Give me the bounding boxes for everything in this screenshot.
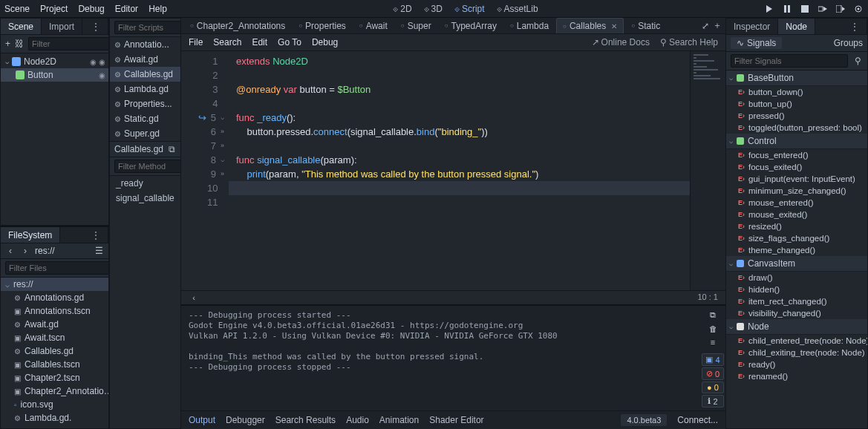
fs-item[interactable]: Callables.gd: [1, 344, 108, 358]
search-icon[interactable]: ⚲: [852, 56, 863, 66]
menu-scene[interactable]: Scene: [4, 4, 30, 14]
output-log[interactable]: --- Debugging process started --- Godot …: [181, 306, 700, 410]
warning-count[interactable]: ● 0: [702, 381, 724, 393]
copy-icon[interactable]: ⧉: [702, 309, 724, 321]
close-icon[interactable]: ✕: [611, 22, 617, 30]
signal-item[interactable]: button_up(): [726, 98, 867, 110]
method-item[interactable]: signal_callable: [110, 191, 180, 206]
signals-mode[interactable]: ∿Signals: [731, 37, 782, 49]
bottom-tab-debugger[interactable]: Debugger: [226, 415, 265, 425]
filesystem-tab[interactable]: FileSystem: [1, 227, 60, 243]
script-item[interactable]: Callables.gd: [110, 67, 180, 82]
workspace-assetlib[interactable]: ⟐AssetLib: [497, 4, 538, 14]
signal-item[interactable]: focus_entered(): [726, 149, 867, 161]
fs-item[interactable]: icon.svg: [1, 398, 108, 411]
bottom-tab-search[interactable]: Search Results: [275, 415, 336, 425]
fold-icon[interactable]: ⌵: [221, 153, 224, 167]
play-custom-icon[interactable]: [835, 4, 846, 14]
add-node-icon[interactable]: +: [5, 39, 10, 49]
bottom-tab-animation[interactable]: Animation: [379, 415, 419, 425]
doc-tab-typedarray[interactable]: TypedArray: [439, 19, 503, 33]
menu-debug[interactable]: Debug: [78, 4, 104, 14]
collapse-icon[interactable]: ≡: [702, 336, 724, 348]
menu-editor[interactable]: Editor: [115, 4, 138, 14]
fs-item[interactable]: Callables.tscn: [1, 358, 108, 371]
tree-node-button[interactable]: Button◉: [1, 68, 108, 82]
signal-item[interactable]: child_entered_tree(node: Node): [726, 335, 867, 347]
version-badge[interactable]: 4.0.beta3: [621, 414, 667, 426]
fs-item[interactable]: Await.gd: [1, 318, 108, 331]
breakpoint-icon[interactable]: ↪: [198, 111, 206, 125]
signal-category[interactable]: Control: [726, 134, 867, 149]
script-item[interactable]: Lambda.gd: [110, 82, 180, 96]
script-menu-file[interactable]: File: [189, 37, 203, 48]
bottom-tab-shader[interactable]: Shader Editor: [429, 415, 483, 425]
pause-icon[interactable]: [782, 4, 792, 14]
connect-link[interactable]: Connect...: [677, 415, 718, 425]
nav-fwd-icon[interactable]: ›: [20, 246, 30, 256]
signal-item[interactable]: toggled(button_pressed: bool): [726, 122, 867, 134]
search-help-link[interactable]: ⚲Search Help: [660, 37, 718, 48]
code-area[interactable]: extends Node2D@onready var button = $But…: [229, 51, 690, 290]
groups-mode[interactable]: Groups: [834, 38, 863, 48]
signal-item[interactable]: pressed(): [726, 110, 867, 122]
workspace-script[interactable]: ⟐Script: [454, 4, 485, 14]
doc-tab-static[interactable]: Static: [625, 19, 666, 33]
signal-item[interactable]: child_exiting_tree(node: Node): [726, 347, 867, 358]
dock-menu-icon[interactable]: ⋮: [84, 19, 108, 34]
bottom-tab-audio[interactable]: Audio: [346, 415, 369, 425]
signal-item[interactable]: item_rect_changed(): [726, 295, 867, 307]
doc-tab-properties[interactable]: Properties: [293, 19, 352, 33]
signal-item[interactable]: ready(): [726, 358, 867, 370]
signal-item[interactable]: button_down(): [726, 86, 867, 98]
fs-item[interactable]: Annotations.tscn: [1, 304, 108, 318]
signal-item[interactable]: minimum_size_changed(): [726, 185, 867, 197]
fs-item[interactable]: Lambda.gd.: [1, 411, 108, 425]
online-docs-link[interactable]: ↗Online Docs: [592, 37, 650, 48]
signal-item[interactable]: renamed(): [726, 370, 867, 382]
workspace-3d[interactable]: ⟐3D: [424, 4, 443, 14]
tab-menu-icon[interactable]: ＋: [712, 21, 722, 31]
signal-item[interactable]: focus_exited(): [726, 161, 867, 173]
fold-icon[interactable]: ⌵: [221, 111, 224, 125]
signal-item[interactable]: mouse_exited(): [726, 209, 867, 220]
dock-menu-icon[interactable]: ⋮: [843, 19, 867, 34]
signal-item[interactable]: hidden(): [726, 284, 867, 295]
signal-item[interactable]: draw(): [726, 272, 867, 284]
signal-item[interactable]: size_flags_changed(): [726, 232, 867, 244]
signal-item[interactable]: resized(): [726, 220, 867, 232]
panel-icon[interactable]: ⧉: [168, 144, 176, 154]
fs-item[interactable]: Chapter2_Annotatio…: [1, 384, 108, 398]
script-menu-search[interactable]: Search: [213, 37, 241, 48]
error-count[interactable]: ⊘ 0: [702, 367, 724, 380]
tree-node-node2d[interactable]: ⌵Node2D◉◉: [1, 55, 108, 68]
nav-back-icon[interactable]: ‹: [5, 246, 16, 256]
doc-tab-chapter2_annotations[interactable]: Chapter2_Annotations: [184, 19, 291, 33]
script-menu-goto[interactable]: Go To: [278, 37, 301, 48]
visibility-icon[interactable]: ◉: [99, 71, 105, 79]
method-item[interactable]: _ready: [110, 176, 180, 191]
scene-tab[interactable]: Scene: [1, 19, 42, 34]
filter-signals-input[interactable]: [731, 54, 848, 68]
scene-filter-input[interactable]: [28, 37, 109, 50]
script-item[interactable]: Super.gd: [110, 126, 180, 141]
menu-project[interactable]: Project: [40, 4, 68, 14]
visibility-icon[interactable]: ◉: [90, 58, 97, 66]
import-tab[interactable]: Import: [42, 19, 82, 34]
info-count[interactable]: ℹ 2: [702, 395, 724, 407]
signal-item[interactable]: gui_input(event: InputEvent): [726, 173, 867, 185]
doc-tab-await[interactable]: Await: [353, 19, 394, 33]
signal-item[interactable]: mouse_entered(): [726, 197, 867, 209]
filter-methods-input[interactable]: [114, 160, 181, 173]
fs-item[interactable]: Await.tscn: [1, 331, 108, 344]
doc-tab-callables[interactable]: Callables✕: [556, 18, 624, 33]
movie-icon[interactable]: [853, 4, 864, 14]
script-menu-edit[interactable]: Edit: [252, 37, 267, 48]
clear-icon[interactable]: 🗑: [702, 323, 724, 335]
fs-item[interactable]: Annotations.gd: [1, 291, 108, 304]
filter-scripts-input[interactable]: [114, 21, 181, 34]
signal-category[interactable]: Node: [726, 319, 867, 335]
stop-icon[interactable]: [800, 4, 810, 14]
play-icon[interactable]: [764, 4, 774, 14]
split-mode-icon[interactable]: ☰: [94, 246, 104, 256]
